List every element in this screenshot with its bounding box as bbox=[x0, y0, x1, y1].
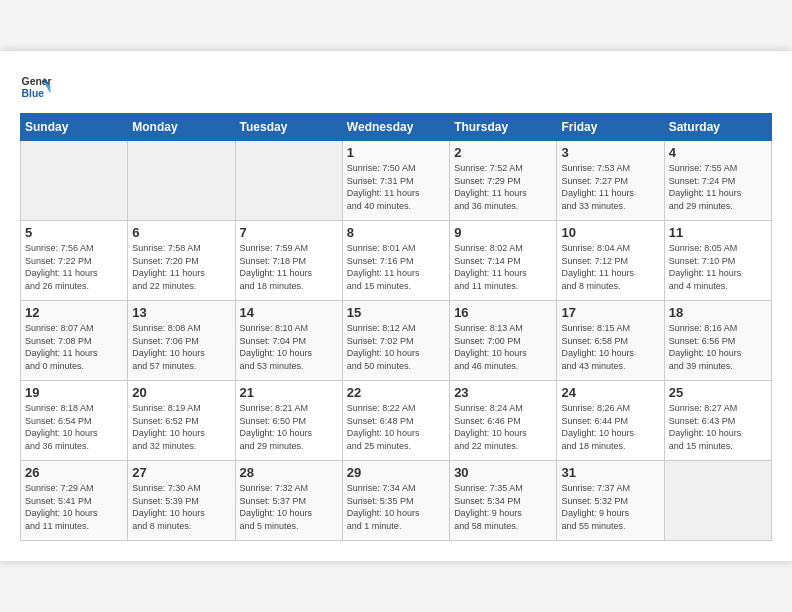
day-number: 25 bbox=[669, 385, 767, 400]
weekday-header-wednesday: Wednesday bbox=[342, 114, 449, 141]
logo: General Blue bbox=[20, 71, 56, 103]
day-cell bbox=[21, 141, 128, 221]
day-number: 9 bbox=[454, 225, 552, 240]
day-info: Sunrise: 7:32 AM Sunset: 5:37 PM Dayligh… bbox=[240, 482, 338, 532]
day-cell bbox=[235, 141, 342, 221]
svg-text:Blue: Blue bbox=[22, 88, 45, 99]
day-number: 11 bbox=[669, 225, 767, 240]
day-cell: 15Sunrise: 8:12 AM Sunset: 7:02 PM Dayli… bbox=[342, 301, 449, 381]
day-cell: 12Sunrise: 8:07 AM Sunset: 7:08 PM Dayli… bbox=[21, 301, 128, 381]
day-cell: 25Sunrise: 8:27 AM Sunset: 6:43 PM Dayli… bbox=[664, 381, 771, 461]
day-cell: 7Sunrise: 7:59 AM Sunset: 7:18 PM Daylig… bbox=[235, 221, 342, 301]
day-info: Sunrise: 7:34 AM Sunset: 5:35 PM Dayligh… bbox=[347, 482, 445, 532]
day-info: Sunrise: 7:29 AM Sunset: 5:41 PM Dayligh… bbox=[25, 482, 123, 532]
day-cell: 22Sunrise: 8:22 AM Sunset: 6:48 PM Dayli… bbox=[342, 381, 449, 461]
calendar-table: SundayMondayTuesdayWednesdayThursdayFrid… bbox=[20, 113, 772, 541]
day-cell: 26Sunrise: 7:29 AM Sunset: 5:41 PM Dayli… bbox=[21, 461, 128, 541]
day-number: 24 bbox=[561, 385, 659, 400]
day-info: Sunrise: 8:13 AM Sunset: 7:00 PM Dayligh… bbox=[454, 322, 552, 372]
weekday-header-friday: Friday bbox=[557, 114, 664, 141]
day-info: Sunrise: 8:19 AM Sunset: 6:52 PM Dayligh… bbox=[132, 402, 230, 452]
day-number: 2 bbox=[454, 145, 552, 160]
day-cell: 10Sunrise: 8:04 AM Sunset: 7:12 PM Dayli… bbox=[557, 221, 664, 301]
day-info: Sunrise: 7:35 AM Sunset: 5:34 PM Dayligh… bbox=[454, 482, 552, 532]
day-cell: 2Sunrise: 7:52 AM Sunset: 7:29 PM Daylig… bbox=[450, 141, 557, 221]
week-row-3: 12Sunrise: 8:07 AM Sunset: 7:08 PM Dayli… bbox=[21, 301, 772, 381]
day-info: Sunrise: 7:30 AM Sunset: 5:39 PM Dayligh… bbox=[132, 482, 230, 532]
day-info: Sunrise: 7:56 AM Sunset: 7:22 PM Dayligh… bbox=[25, 242, 123, 292]
day-number: 13 bbox=[132, 305, 230, 320]
day-cell: 18Sunrise: 8:16 AM Sunset: 6:56 PM Dayli… bbox=[664, 301, 771, 381]
day-number: 27 bbox=[132, 465, 230, 480]
day-number: 7 bbox=[240, 225, 338, 240]
day-number: 21 bbox=[240, 385, 338, 400]
day-info: Sunrise: 8:16 AM Sunset: 6:56 PM Dayligh… bbox=[669, 322, 767, 372]
day-info: Sunrise: 8:01 AM Sunset: 7:16 PM Dayligh… bbox=[347, 242, 445, 292]
weekday-header-thursday: Thursday bbox=[450, 114, 557, 141]
day-cell: 20Sunrise: 8:19 AM Sunset: 6:52 PM Dayli… bbox=[128, 381, 235, 461]
weekday-header-sunday: Sunday bbox=[21, 114, 128, 141]
day-cell: 23Sunrise: 8:24 AM Sunset: 6:46 PM Dayli… bbox=[450, 381, 557, 461]
day-cell: 29Sunrise: 7:34 AM Sunset: 5:35 PM Dayli… bbox=[342, 461, 449, 541]
day-info: Sunrise: 7:37 AM Sunset: 5:32 PM Dayligh… bbox=[561, 482, 659, 532]
day-cell: 31Sunrise: 7:37 AM Sunset: 5:32 PM Dayli… bbox=[557, 461, 664, 541]
calendar-header: General Blue bbox=[20, 71, 772, 103]
day-info: Sunrise: 7:53 AM Sunset: 7:27 PM Dayligh… bbox=[561, 162, 659, 212]
day-info: Sunrise: 8:10 AM Sunset: 7:04 PM Dayligh… bbox=[240, 322, 338, 372]
day-cell: 28Sunrise: 7:32 AM Sunset: 5:37 PM Dayli… bbox=[235, 461, 342, 541]
day-info: Sunrise: 7:50 AM Sunset: 7:31 PM Dayligh… bbox=[347, 162, 445, 212]
day-info: Sunrise: 8:18 AM Sunset: 6:54 PM Dayligh… bbox=[25, 402, 123, 452]
day-cell: 3Sunrise: 7:53 AM Sunset: 7:27 PM Daylig… bbox=[557, 141, 664, 221]
week-row-2: 5Sunrise: 7:56 AM Sunset: 7:22 PM Daylig… bbox=[21, 221, 772, 301]
day-number: 18 bbox=[669, 305, 767, 320]
day-cell: 16Sunrise: 8:13 AM Sunset: 7:00 PM Dayli… bbox=[450, 301, 557, 381]
day-number: 3 bbox=[561, 145, 659, 160]
day-info: Sunrise: 8:12 AM Sunset: 7:02 PM Dayligh… bbox=[347, 322, 445, 372]
day-info: Sunrise: 8:15 AM Sunset: 6:58 PM Dayligh… bbox=[561, 322, 659, 372]
day-info: Sunrise: 8:07 AM Sunset: 7:08 PM Dayligh… bbox=[25, 322, 123, 372]
day-info: Sunrise: 8:05 AM Sunset: 7:10 PM Dayligh… bbox=[669, 242, 767, 292]
day-cell: 1Sunrise: 7:50 AM Sunset: 7:31 PM Daylig… bbox=[342, 141, 449, 221]
day-info: Sunrise: 7:58 AM Sunset: 7:20 PM Dayligh… bbox=[132, 242, 230, 292]
day-number: 4 bbox=[669, 145, 767, 160]
calendar-container: General Blue SundayMondayTuesdayWednesda… bbox=[0, 51, 792, 561]
day-cell: 9Sunrise: 8:02 AM Sunset: 7:14 PM Daylig… bbox=[450, 221, 557, 301]
day-info: Sunrise: 8:26 AM Sunset: 6:44 PM Dayligh… bbox=[561, 402, 659, 452]
day-info: Sunrise: 8:02 AM Sunset: 7:14 PM Dayligh… bbox=[454, 242, 552, 292]
day-cell: 6Sunrise: 7:58 AM Sunset: 7:20 PM Daylig… bbox=[128, 221, 235, 301]
day-info: Sunrise: 8:04 AM Sunset: 7:12 PM Dayligh… bbox=[561, 242, 659, 292]
week-row-1: 1Sunrise: 7:50 AM Sunset: 7:31 PM Daylig… bbox=[21, 141, 772, 221]
day-number: 1 bbox=[347, 145, 445, 160]
day-info: Sunrise: 8:27 AM Sunset: 6:43 PM Dayligh… bbox=[669, 402, 767, 452]
day-number: 22 bbox=[347, 385, 445, 400]
day-info: Sunrise: 8:21 AM Sunset: 6:50 PM Dayligh… bbox=[240, 402, 338, 452]
day-number: 29 bbox=[347, 465, 445, 480]
day-info: Sunrise: 7:52 AM Sunset: 7:29 PM Dayligh… bbox=[454, 162, 552, 212]
day-number: 19 bbox=[25, 385, 123, 400]
logo-icon: General Blue bbox=[20, 71, 52, 103]
day-number: 6 bbox=[132, 225, 230, 240]
day-cell: 14Sunrise: 8:10 AM Sunset: 7:04 PM Dayli… bbox=[235, 301, 342, 381]
day-cell: 5Sunrise: 7:56 AM Sunset: 7:22 PM Daylig… bbox=[21, 221, 128, 301]
day-number: 12 bbox=[25, 305, 123, 320]
day-cell: 17Sunrise: 8:15 AM Sunset: 6:58 PM Dayli… bbox=[557, 301, 664, 381]
day-number: 30 bbox=[454, 465, 552, 480]
day-info: Sunrise: 8:22 AM Sunset: 6:48 PM Dayligh… bbox=[347, 402, 445, 452]
day-info: Sunrise: 8:24 AM Sunset: 6:46 PM Dayligh… bbox=[454, 402, 552, 452]
day-number: 28 bbox=[240, 465, 338, 480]
day-number: 20 bbox=[132, 385, 230, 400]
day-cell: 24Sunrise: 8:26 AM Sunset: 6:44 PM Dayli… bbox=[557, 381, 664, 461]
day-cell: 13Sunrise: 8:08 AM Sunset: 7:06 PM Dayli… bbox=[128, 301, 235, 381]
day-number: 10 bbox=[561, 225, 659, 240]
weekday-header-monday: Monday bbox=[128, 114, 235, 141]
week-row-4: 19Sunrise: 8:18 AM Sunset: 6:54 PM Dayli… bbox=[21, 381, 772, 461]
day-number: 23 bbox=[454, 385, 552, 400]
day-number: 26 bbox=[25, 465, 123, 480]
day-cell bbox=[128, 141, 235, 221]
day-cell bbox=[664, 461, 771, 541]
day-cell: 19Sunrise: 8:18 AM Sunset: 6:54 PM Dayli… bbox=[21, 381, 128, 461]
day-number: 31 bbox=[561, 465, 659, 480]
day-number: 14 bbox=[240, 305, 338, 320]
weekday-header-row: SundayMondayTuesdayWednesdayThursdayFrid… bbox=[21, 114, 772, 141]
day-number: 8 bbox=[347, 225, 445, 240]
